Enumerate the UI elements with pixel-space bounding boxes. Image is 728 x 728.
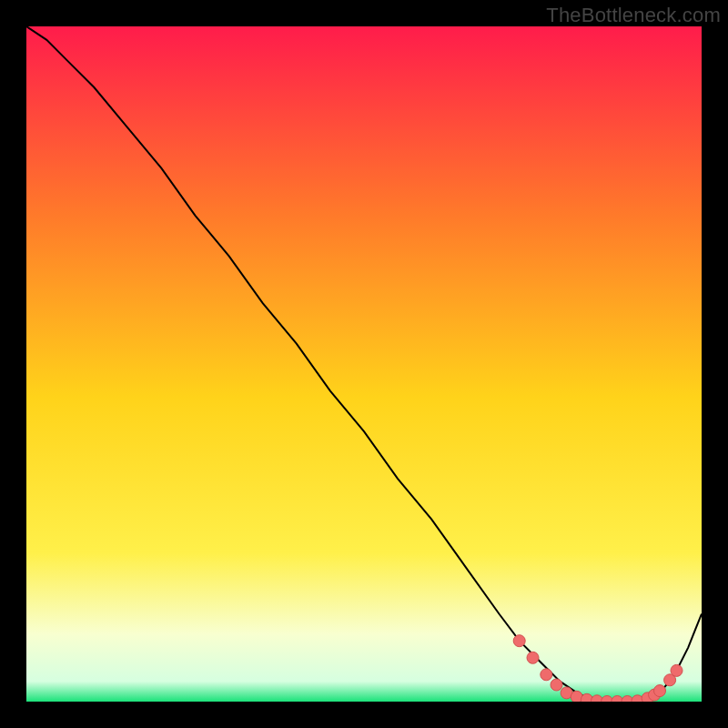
curve-marker	[671, 664, 682, 676]
bottleneck-chart	[26, 26, 702, 702]
curve-marker	[527, 652, 539, 663]
curve-marker	[513, 635, 525, 647]
curve-marker	[654, 685, 666, 697]
watermark-text: TheBottleneck.com	[546, 4, 721, 27]
curve-marker	[541, 669, 552, 681]
curve-marker	[551, 679, 562, 691]
chart-area	[26, 26, 702, 702]
